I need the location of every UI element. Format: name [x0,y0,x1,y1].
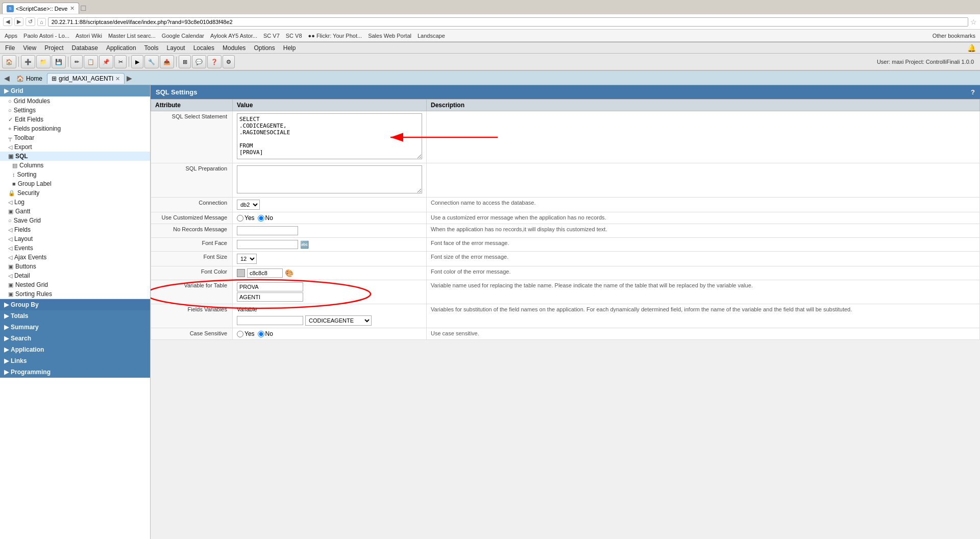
sidebar-item-settings[interactable]: ○ Settings [0,106,150,115]
active-browser-tab[interactable]: S <ScriptCase>:: Deve ✕ [2,3,79,14]
var-table-input-2[interactable] [237,292,303,302]
sidebar-item-log[interactable]: ◁ Log [0,198,150,207]
no-records-input[interactable] [237,226,298,235]
sidebar-item-toolbar[interactable]: ┬ Toolbar [0,133,150,142]
menu-modules[interactable]: Modules [218,43,250,53]
menu-view[interactable]: View [19,43,40,53]
tab-home[interactable]: 🏠 Home [12,73,47,84]
menu-database[interactable]: Database [68,43,102,53]
tb-cut-btn[interactable]: ✂ [114,55,127,68]
address-input[interactable] [48,17,968,27]
bookmark-scv7[interactable]: SC V7 [262,32,281,39]
font-face-picker-icon[interactable]: 🔤 [300,240,309,249]
bookmark-star[interactable]: ☆ [970,18,977,26]
case-sensitive-yes-radio[interactable] [237,331,243,337]
bookmark-sales[interactable]: Sales Web Portal [366,32,413,39]
customized-msg-yes-label[interactable]: Yes [237,214,255,222]
case-sensitive-no-label[interactable]: No [258,330,273,337]
bookmark-scv8[interactable]: SC V8 [284,32,304,39]
sidebar-item-sorting[interactable]: ↕ Sorting [0,170,150,179]
sidebar-programming[interactable]: ▶ Programming [0,366,150,378]
sidebar-item-fields-pos[interactable]: + Fields positioning [0,124,150,133]
sql-select-textarea[interactable]: SELECT .CODICEAGENTE, .RAGIONESOCIALE FR… [237,113,422,159]
menu-project[interactable]: Project [40,43,67,53]
tab-prev-btn[interactable]: ◀ [2,74,12,82]
font-size-select[interactable]: 891011 12141618 [237,254,257,264]
sidebar-links[interactable]: ▶ Links [0,355,150,366]
tb-home-btn[interactable]: 🏠 [2,55,16,68]
grid-tab-close[interactable]: ✕ [115,76,120,82]
menu-locales[interactable]: Locales [189,43,218,53]
tb-help-btn[interactable]: ❓ [207,55,222,68]
menu-options[interactable]: Options [250,43,279,53]
bookmark-google-cal[interactable]: Google Calendar [160,32,206,39]
bookmark-aylook[interactable]: Aylook AY5 Astor... [209,32,259,39]
other-bookmarks[interactable]: Other bookmarks [931,32,977,39]
help-icon[interactable]: ? [971,88,975,96]
tb-publish-btn[interactable]: 📤 [160,55,174,68]
color-picker-icon[interactable]: 🎨 [285,269,293,277]
sidebar-item-save-grid[interactable]: ○ Save Grid [0,216,150,225]
new-tab-btn[interactable]: □ [81,4,86,13]
sidebar-application[interactable]: ▶ Application [0,344,150,355]
menu-application[interactable]: Application [102,43,140,53]
forward-btn[interactable]: ▶ [14,17,23,26]
tb-grid-btn[interactable]: ⊞ [179,55,191,68]
reload-btn[interactable]: ↺ [26,17,35,26]
tab-grid[interactable]: ⊞ grid_MAXI_AGENTI ✕ [47,73,125,84]
sidebar-item-columns[interactable]: ▤ Columns [0,161,150,170]
sidebar-totals[interactable]: ▶ Totals [0,310,150,322]
tb-debug-btn[interactable]: 🔧 [144,55,159,68]
sidebar-item-gantt[interactable]: ▣ Gantt [0,207,150,216]
sidebar-group-by[interactable]: ▶ Group By [0,299,150,310]
customized-msg-no-label[interactable]: No [258,214,273,222]
sidebar-grid-header[interactable]: ▶ Grid [0,85,150,96]
sidebar-item-ajax-events[interactable]: ◁ Ajax Events [0,253,150,262]
sidebar-search[interactable]: ▶ Search [0,333,150,344]
bookmark-paolo[interactable]: Paolo Astori - Lo... [22,32,71,39]
menu-help[interactable]: Help [279,43,300,53]
home-btn[interactable]: ⌂ [37,18,46,26]
customized-msg-yes-radio[interactable] [237,215,243,222]
fields-var-field-select[interactable]: CODICEAGENTE RAGIONESOCIALE [305,315,372,326]
tb-copy-btn[interactable]: 📋 [84,55,98,68]
bookmark-master-list[interactable]: Master List searc... [107,32,157,39]
var-table-input-1[interactable] [237,282,303,291]
bookmark-astori-wiki[interactable]: Astori Wiki [74,32,104,39]
tb-settings-btn[interactable]: ⚙ [223,55,235,68]
sidebar-item-sql[interactable]: ▣ SQL [0,152,150,161]
sidebar-item-detail[interactable]: ◁ Detail [0,271,150,280]
bookmark-flickr[interactable]: ●● Flickr: Your Phot... [307,32,364,39]
tb-edit-btn[interactable]: ✏ [70,55,83,68]
menu-tools[interactable]: Tools [140,43,163,53]
sql-prep-textarea[interactable] [237,165,422,193]
tab-next-btn[interactable]: ▶ [125,74,134,82]
sidebar-item-sorting-rules[interactable]: ▣ Sorting Rules [0,289,150,299]
menu-layout[interactable]: Layout [163,43,189,53]
font-color-input[interactable] [247,268,283,278]
case-sensitive-yes-label[interactable]: Yes [237,330,255,337]
sidebar-item-edit-fields[interactable]: ✓ Edit Fields [0,115,150,124]
sidebar-item-fields[interactable]: ◁ Fields [0,225,150,234]
sidebar-item-export[interactable]: ◁ Export [0,142,150,152]
connection-select[interactable]: db2 [237,200,260,210]
sidebar-item-nested-grid[interactable]: ▣ Nested Grid [0,280,150,289]
font-face-input[interactable] [237,240,298,249]
tb-run-btn[interactable]: ▶ [131,55,143,68]
tb-chat-btn[interactable]: 💬 [192,55,206,68]
tab-close-btn[interactable]: ✕ [70,5,75,12]
sidebar-item-events[interactable]: ◁ Events [0,243,150,253]
sidebar-item-layout[interactable]: ◁ Layout [0,234,150,243]
fields-var-variable-input[interactable] [237,316,303,325]
menu-file[interactable]: File [1,43,19,53]
sidebar-summary[interactable]: ▶ Summary [0,322,150,333]
notification-bell[interactable]: 🔔 [967,44,976,52]
tb-open-btn[interactable]: 📁 [36,55,51,68]
sidebar-item-group-label[interactable]: ■ Group Label [0,179,150,188]
back-btn[interactable]: ◀ [3,17,12,26]
sidebar-item-grid-modules[interactable]: ○ Grid Modules [0,96,150,106]
tb-save-btn[interactable]: 💾 [52,55,66,68]
customized-msg-no-radio[interactable] [258,215,264,222]
bookmark-apps[interactable]: Apps [3,32,19,39]
sidebar-item-buttons[interactable]: ▣ Buttons [0,262,150,271]
